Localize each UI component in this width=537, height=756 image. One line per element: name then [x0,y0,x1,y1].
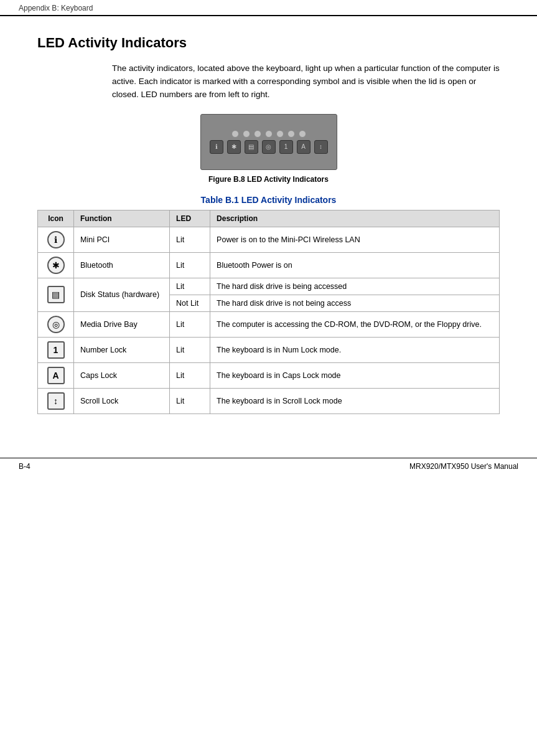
td-function-3: Media Drive Bay [74,311,170,337]
led-icons-row: ℹ ✱ ▤ ◎ 1 A ↕ [210,140,328,154]
td-desc-4: The keyboard is in Num Lock mode. [210,337,500,362]
td-icon-capslock: A [38,362,74,388]
td-function-6: Scroll Lock [74,388,170,413]
th-icon: Icon [38,210,74,227]
led-icon-caps: A [297,140,311,154]
led-image: ℹ ✱ ▤ ◎ 1 A ↕ [200,114,337,170]
icon-bluetooth: ✱ [47,257,65,274]
icon-scrolllock: ↕ [47,392,65,410]
table-title: Table B.1 LED Activity Indicators [37,195,500,205]
td-function-5: Caps Lock [74,362,170,388]
led-table: Icon Function LED Description ℹ Mini PCI… [37,210,500,414]
td-icon-scrolllock: ↕ [38,388,74,413]
page-content: LED Activity Indicators The activity ind… [0,16,537,439]
icon-media: ◎ [47,316,65,333]
led-icon-cd: ◎ [262,140,276,154]
figure-container: ℹ ✱ ▤ ◎ 1 A ↕ Figure B.8 LED Activity In… [37,114,500,184]
led-circle-2 [243,130,250,138]
icon-disk: ▤ [47,286,65,303]
led-icon-wifi: ℹ [210,140,223,154]
led-circle-5 [276,130,284,138]
table-row: ◎ Media Drive Bay Lit The computer is ac… [38,311,500,337]
td-led-4: Lit [170,337,210,362]
table-row: ℹ Mini PCI Lit Power is on to the Mini-P… [38,227,500,252]
intro-paragraph: The activity indicators, located above t… [112,62,500,102]
table-row: ▤ Disk Status (hardware) Lit The hard di… [38,278,500,295]
led-icon-disk: ▤ [245,140,258,154]
icon-wifi: ℹ [47,231,65,248]
td-desc-3: The computer is accessing the CD-ROM, th… [210,311,500,337]
table-row: ↕ Scroll Lock Lit The keyboard is in Scr… [38,388,500,413]
td-led-2-b: Not Lit [170,295,210,311]
led-circle-7 [299,130,306,138]
table-row: 1 Number Lock Lit The keyboard is in Num… [38,337,500,362]
led-circle-4 [265,130,273,138]
icon-numlock: 1 [47,341,65,359]
td-desc-2-a: The hard disk drive is being accessed [210,278,500,295]
td-led-2-a: Lit [170,278,210,295]
td-led-3: Lit [170,311,210,337]
td-desc-5: The keyboard is in Caps Lock mode [210,362,500,388]
th-function: Function [74,210,170,227]
td-led-6: Lit [170,388,210,413]
footer-right: MRX920/MTX950 User's Manual [409,462,518,471]
led-circles-row [231,130,306,138]
th-description: Description [210,210,500,227]
led-circle-1 [231,130,239,138]
td-desc-2-b: The hard disk drive is not being access [210,295,500,311]
td-icon-disk: ▤ [38,278,74,311]
td-function-2: Disk Status (hardware) [74,278,170,311]
td-function-1: Bluetooth [74,252,170,278]
td-desc-1: Bluetooth Power is on [210,252,500,278]
led-icon-scroll: ↕ [314,140,328,154]
led-circle-3 [254,130,261,138]
td-led-0: Lit [170,227,210,252]
table-header-row: Icon Function LED Description [38,210,500,227]
table-row: A Caps Lock Lit The keyboard is in Caps … [38,362,500,388]
footer-left: B-4 [19,462,30,471]
td-desc-6: The keyboard is in Scroll Lock mode [210,388,500,413]
figure-caption: Figure B.8 LED Activity Indicators [208,175,329,184]
page-header: Appendix B: Keyboard [0,0,537,16]
header-text: Appendix B: Keyboard [19,4,93,12]
led-icon-num: 1 [279,140,293,154]
td-icon-bluetooth: ✱ [38,252,74,278]
table-row: ✱ Bluetooth Lit Bluetooth Power is on [38,252,500,278]
td-led-1: Lit [170,252,210,278]
td-led-5: Lit [170,362,210,388]
td-desc-0: Power is on to the Mini-PCI Wireless LAN [210,227,500,252]
td-function-0: Mini PCI [74,227,170,252]
section-title: LED Activity Indicators [37,35,500,51]
page-footer: B-4 MRX920/MTX950 User's Manual [0,458,537,475]
td-icon-numlock: 1 [38,337,74,362]
icon-capslock: A [47,367,65,384]
led-image-inner: ℹ ✱ ▤ ◎ 1 A ↕ [210,130,328,154]
td-icon-media: ◎ [38,311,74,337]
td-function-4: Number Lock [74,337,170,362]
th-led: LED [170,210,210,227]
led-circle-6 [287,130,295,138]
led-icon-bt: ✱ [227,140,241,154]
td-icon-wifi: ℹ [38,227,74,252]
